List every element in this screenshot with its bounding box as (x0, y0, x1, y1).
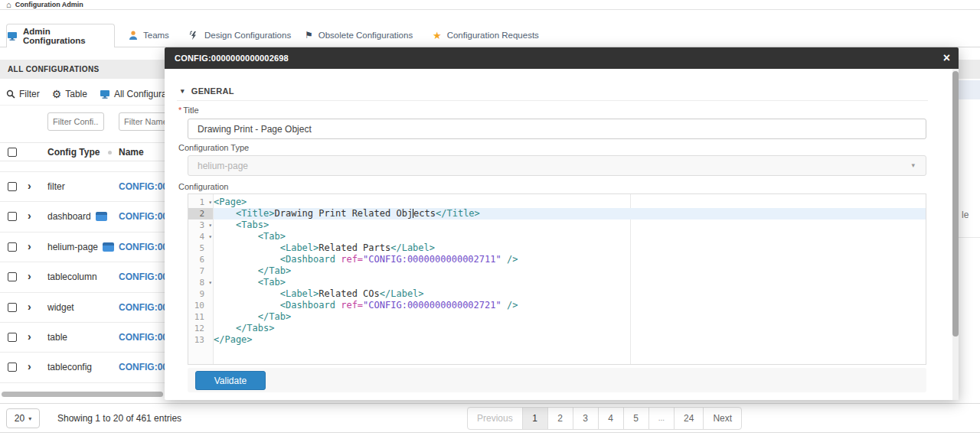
app-title: Configuration Admin (15, 1, 83, 8)
previous-page-button[interactable]: Previous (467, 407, 523, 430)
config-link[interactable]: CONFIG:000 (119, 211, 165, 222)
gutter-cell[interactable]: 3▾ (188, 220, 213, 231)
fold-icon[interactable]: ▾ (208, 197, 212, 208)
config-link[interactable]: CONFIG:000 (119, 332, 165, 343)
monitor-icon (7, 31, 18, 41)
chevron-right-icon[interactable]: › (28, 360, 31, 372)
chevron-right-icon[interactable]: › (28, 180, 31, 192)
modal-scrollbar-thumb[interactable] (952, 71, 959, 337)
gutter-cell[interactable]: 2 (188, 208, 213, 220)
config-link[interactable]: CONFIG:000 (119, 242, 165, 252)
config-type-cell: dashboard (47, 211, 91, 222)
code-line: <Dashboard ref="CONFIG:0000000000002721"… (214, 300, 926, 311)
gutter-cell[interactable]: 8▾ (188, 277, 213, 288)
card-icon (96, 212, 107, 221)
select-all-checkbox[interactable] (8, 148, 17, 157)
modal-scrollbar-track[interactable] (952, 69, 959, 400)
home-icon[interactable]: ⌂ (6, 1, 11, 8)
config-link[interactable]: CONFIG:000 (119, 362, 165, 372)
row-checkbox[interactable] (8, 303, 17, 312)
editor-footer: Validate (188, 368, 926, 392)
all-configurations-button[interactable]: All Configurati (100, 89, 165, 99)
chevron-right-icon[interactable]: › (28, 210, 31, 222)
editor-gutter: 1▾23▾4▾5678▾910111213 (188, 194, 214, 364)
table-row[interactable]: › tableconfig CONFIG:000 (0, 352, 165, 382)
table-row[interactable]: › tablecolumn CONFIG:000 (0, 262, 165, 291)
tab-design-configurations[interactable]: Design Configurations (189, 24, 291, 47)
fold-icon[interactable]: ▾ (208, 220, 212, 231)
section-divider (177, 100, 928, 101)
gutter-cell[interactable]: 1▾ (188, 197, 213, 208)
gutter-cell[interactable]: 6 (188, 254, 213, 265)
table-row[interactable]: › widget CONFIG:000 (0, 292, 165, 322)
column-name[interactable]: Name (119, 147, 144, 158)
chevron-right-icon[interactable]: › (28, 240, 31, 252)
gutter-cell[interactable]: 12 (188, 323, 213, 334)
configuration-field-label: Configuration (178, 182, 228, 191)
filter-button[interactable]: Filter (6, 89, 40, 99)
fold-icon[interactable]: ▾ (208, 231, 212, 242)
page-button-2[interactable]: 2 (547, 407, 573, 430)
gutter-cell[interactable]: 7 (188, 265, 213, 277)
table-row[interactable]: › table CONFIG:000 (0, 322, 165, 352)
code-line: </Tab> (214, 311, 926, 323)
code-line: </Page> (214, 334, 926, 346)
chevron-down-icon: ▾ (28, 415, 31, 422)
table-button[interactable]: ⚙ Table (52, 89, 87, 99)
page-button-24[interactable]: 24 (674, 407, 704, 430)
table-row[interactable]: › helium-page CONFIG:000 (0, 232, 165, 262)
page-button-3[interactable]: 3 (573, 407, 599, 430)
page-button-4[interactable]: 4 (598, 407, 624, 430)
gutter-cell[interactable]: 11 (188, 311, 213, 323)
validate-button[interactable]: Validate (195, 371, 266, 390)
tab-configuration-requests[interactable]: ★ Configuration Requests (433, 24, 539, 47)
row-checkbox[interactable] (8, 212, 17, 221)
general-section-toggle[interactable]: ▾ GENERAL (181, 86, 234, 96)
tab-obsolete-configurations[interactable]: ⚑ Obsolete Configurations (305, 24, 413, 47)
chevron-right-icon[interactable]: › (28, 270, 31, 282)
table-row[interactable]: › filter CONFIG:000 (0, 171, 165, 201)
app-window: ⌂ Configuration Admin Admin Configuratio… (0, 0, 980, 439)
title-field-label: *Title (178, 106, 199, 115)
row-checkbox[interactable] (8, 363, 17, 372)
config-type-filter-input[interactable] (47, 112, 104, 131)
chevron-right-icon[interactable]: › (28, 301, 31, 313)
monitor-icon (100, 89, 110, 99)
gutter-cell[interactable]: 10 (188, 300, 213, 311)
next-page-button[interactable]: Next (703, 407, 742, 430)
code-editor[interactable]: 1▾23▾4▾5678▾910111213 <Page> <Title>Draw… (188, 193, 926, 365)
gutter-cell[interactable]: 5 (188, 242, 213, 254)
sort-icon[interactable] (108, 151, 112, 154)
config-detail-modal: CONFIG:0000000000002698 × ▾ GENERAL *Tit… (165, 47, 959, 400)
fold-icon[interactable]: ▾ (208, 277, 212, 288)
code-line: </Tab> (214, 265, 926, 277)
name-filter-input[interactable] (119, 112, 165, 131)
chevron-right-icon[interactable]: › (28, 330, 31, 343)
gutter-cell[interactable]: 4▾ (188, 231, 213, 242)
table-row[interactable]: › dashboard CONFIG:000 (0, 201, 165, 231)
tab-teams[interactable]: Teams (129, 24, 169, 47)
row-checkbox[interactable] (8, 182, 17, 191)
title-input[interactable] (188, 119, 926, 139)
row-checkbox[interactable] (8, 333, 17, 342)
configuration-type-value: helium-page (198, 161, 248, 171)
config-link[interactable]: CONFIG:000 (119, 302, 165, 313)
page-size-dropdown[interactable]: 20 ▾ (6, 408, 40, 428)
horizontal-scrollbar[interactable] (2, 392, 163, 397)
page-footer: 20 ▾ Showing 1 to 20 of 461 entries Prev… (0, 403, 980, 433)
row-checkbox[interactable] (8, 272, 17, 281)
page-button-5[interactable]: 5 (623, 407, 649, 430)
table-row[interactable]: › filter CONFIG:000 (0, 382, 165, 392)
gutter-cell[interactable]: 13 (188, 334, 213, 346)
config-link[interactable]: CONFIG:000 (119, 272, 165, 282)
close-icon[interactable]: × (943, 50, 950, 66)
config-link[interactable]: CONFIG:000 (119, 181, 165, 192)
page-button-1[interactable]: 1 (522, 407, 548, 430)
row-checkbox[interactable] (8, 242, 17, 252)
column-config-type[interactable]: Config Type (47, 147, 100, 158)
panel-toolbar: Filter ⚙ Table All Configurati (0, 83, 165, 106)
gutter-cell[interactable]: 9 (188, 288, 213, 300)
panel-header: ALL CONFIGURATIONS (0, 60, 165, 79)
tab-admin-configurations[interactable]: Admin Configurations (6, 24, 115, 47)
design-icon (189, 31, 199, 41)
